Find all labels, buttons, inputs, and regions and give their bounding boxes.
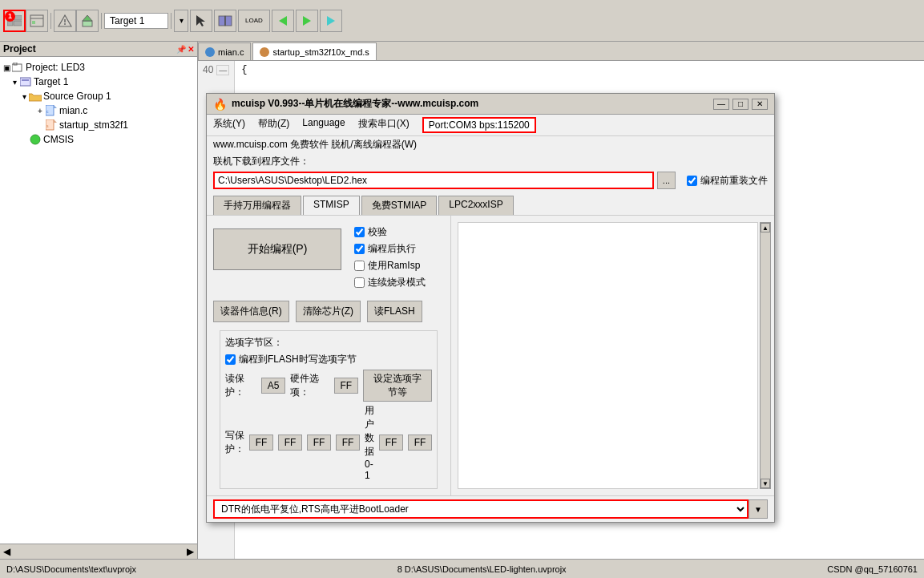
tab-stmiap[interactable]: 免费STMIAP (361, 196, 438, 215)
tree-item-cmsis[interactable]: CMSIS (0, 132, 197, 147)
wrp-row: 写保护： FF FF FF FF 用户数据0-1 FF FF (225, 404, 432, 481)
tree-item-project[interactable]: ▣ Project: LED3 (0, 60, 197, 75)
tab-lpc[interactable]: LPC2xxxISP (438, 196, 513, 215)
status-left: D:\ASUS\Documents\text\uvprojx (6, 564, 136, 574)
rdp-label: 读保护： (225, 372, 256, 399)
expand-icon: ▣ (2, 63, 11, 72)
start-col: 开始编程(P) (213, 222, 341, 293)
dtr-dropdown-arrow[interactable]: ▼ (748, 499, 768, 519)
maximize-btn[interactable]: □ (732, 99, 748, 110)
action-buttons-row: 读器件信息(R) 清除芯片(Z) 读FLASH (213, 301, 444, 322)
read-info-btn[interactable]: 读器件信息(R) (213, 301, 289, 322)
file-startup-label: startup_stm32f1 (59, 119, 128, 131)
panel-header: Project 📌 ✕ (0, 42, 197, 57)
read-flash-btn[interactable]: 读FLASH (367, 301, 422, 322)
svg-rect-6 (32, 21, 35, 24)
opt-check-input[interactable] (225, 354, 236, 365)
panel-title: Project (3, 43, 36, 55)
dtr-row: DTR的低电平复位,RTS高电平进BootLoader ▼ (207, 495, 774, 522)
menu-system[interactable]: 系统(Y) (213, 117, 245, 133)
tab-mian-c[interactable]: mian.c (198, 42, 251, 60)
tab-icon-c (205, 47, 215, 57)
svg-marker-16 (279, 16, 287, 26)
line-collapse-icon[interactable]: — (216, 65, 229, 75)
editor-area: mian.c startup_stm32f10x_md.s 40 — { (198, 42, 924, 559)
start-prog-btn[interactable]: 开始编程(P) (213, 228, 341, 270)
port-badge[interactable]: Port:COM3 bps:115200 (422, 117, 536, 133)
toolbar-btn-4[interactable] (76, 10, 99, 32)
close-panel-icon[interactable]: ✕ (188, 45, 194, 54)
opt-title: 选项字节区： (225, 336, 432, 350)
toolbar-btn-download[interactable] (320, 10, 342, 32)
toolbar-btn-2[interactable] (26, 10, 48, 32)
log-area (458, 222, 758, 489)
cmsis-icon (29, 133, 42, 146)
target-icon (19, 75, 32, 88)
menu-search-port[interactable]: 搜索串口(X) (358, 117, 410, 133)
toolbar-btn-book[interactable] (214, 10, 236, 32)
check-execute-input[interactable] (354, 244, 365, 254)
tree-item-target[interactable]: ▾ Target 1 (0, 75, 197, 89)
scroll-right-icon[interactable]: ▶ (187, 546, 194, 557)
dtr-select[interactable]: DTR的低电平复位,RTS高电平进BootLoader (213, 499, 748, 519)
check-jiaoxian-input[interactable] (354, 227, 365, 237)
scroll-left-icon[interactable]: ◀ (3, 546, 10, 557)
log-panel: ▲ ▼ (450, 216, 774, 495)
check-continuous-label: 连续烧录模式 (368, 276, 426, 289)
status-right: CSDN @qq_57160761 (827, 564, 918, 574)
reload-checkbox[interactable] (687, 176, 697, 186)
expand-group-icon: ▾ (19, 92, 29, 101)
menu-language[interactable]: Language (302, 117, 345, 133)
tab-label-mian: mian.c (218, 47, 244, 57)
prog-controls: 开始编程(P) 校验 编程后执行 (207, 216, 450, 495)
pin-icon[interactable]: 📌 (176, 45, 186, 54)
svg-rect-21 (20, 78, 30, 86)
svg-marker-17 (303, 16, 311, 26)
tab-startup-s[interactable]: startup_stm32f10x_md.s (252, 42, 376, 60)
check-jiaoxian-label: 校验 (368, 225, 387, 239)
svg-marker-23 (29, 94, 42, 101)
close-dialog-btn[interactable]: ✕ (752, 99, 768, 110)
tree-item-mian[interactable]: + c mian.c (0, 103, 197, 118)
wrp-val-1: FF (278, 435, 302, 451)
minimize-btn[interactable]: — (713, 99, 729, 110)
tab-handheld[interactable]: 手持万用编程器 (213, 196, 301, 215)
svg-rect-3 (14, 21, 22, 26)
dialog-menu: 系统(Y) 帮助(Z) Language 搜索串口(X) Port:COM3 b… (207, 115, 774, 136)
tab-label-startup: startup_stm32f10x_md.s (272, 47, 369, 57)
scroll-down-btn[interactable]: ▼ (761, 479, 770, 488)
check-ramisp: 使用RamIsp (354, 259, 426, 273)
user-val-1: FF (408, 435, 432, 451)
svg-point-9 (64, 23, 66, 25)
tree-scroll-row: ◀ ▶ (0, 544, 197, 559)
svg-rect-10 (83, 21, 92, 26)
set-opt-btn[interactable]: 设定选项字节等 (363, 370, 432, 402)
target-label-tree: Target 1 (34, 76, 68, 87)
check-execute: 编程后执行 (354, 242, 426, 256)
hw-val: FF (334, 378, 358, 394)
clear-chip-btn[interactable]: 清除芯片(Z) (296, 301, 361, 322)
toolbar-btn-green-right[interactable] (296, 10, 318, 32)
tree-item-startup[interactable]: s startup_stm32f1 (0, 118, 197, 132)
log-scrollbar: ▲ ▼ (760, 222, 771, 489)
toolbar-btn-3[interactable] (54, 10, 76, 32)
file-path-input[interactable] (213, 172, 654, 189)
menu-help[interactable]: 帮助(Z) (258, 117, 289, 133)
browse-btn[interactable]: ... (657, 172, 676, 189)
toolbar-btn-load[interactable]: LOAD (238, 10, 270, 32)
hw-label: 硬件选项： (290, 372, 329, 399)
start-btn-row: 开始编程(P) 校验 编程后执行 (213, 222, 444, 293)
reload-check-row: 编程前重装文件 (687, 174, 768, 188)
check-ramisp-input[interactable] (354, 261, 365, 271)
check-ramisp-label: 使用RamIsp (368, 259, 420, 273)
tab-stmisp[interactable]: STMISP (303, 196, 360, 215)
tree-item-source-group[interactable]: ▾ Source Group 1 (0, 89, 197, 103)
toolbar-btn-arrow-down[interactable]: ▾ (174, 10, 188, 32)
toolbar-btn-green-left[interactable] (272, 10, 294, 32)
scroll-up-btn[interactable]: ▲ (761, 223, 770, 232)
opt-section: 选项字节区： 编程到FLASH时写选项字节 读保护： A5 硬件选项： FF (220, 330, 438, 489)
toolbar-btn-cursor[interactable] (190, 10, 212, 32)
check-continuous-input[interactable] (354, 277, 365, 288)
check-jiaoxian: 校验 (354, 225, 426, 239)
dialog-title-left: 🔥 mcuisp V0.993--单片机在线编程专家--www.mcuisp.c… (213, 97, 478, 111)
